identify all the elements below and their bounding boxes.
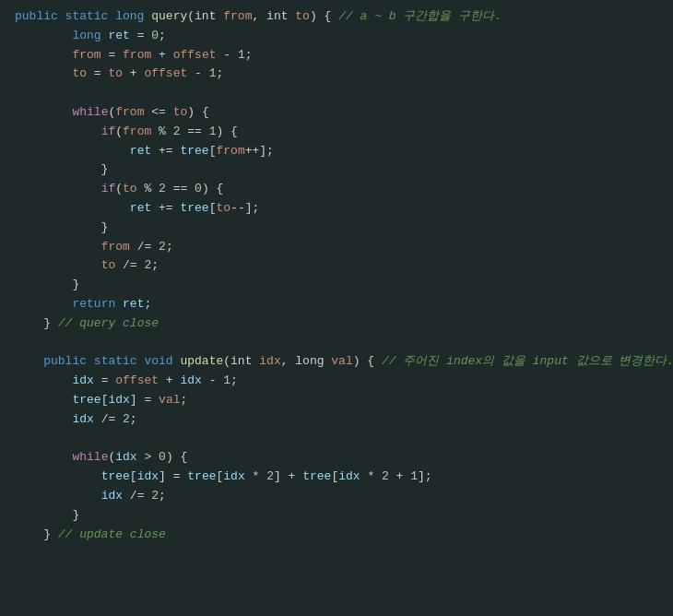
token: ) { (217, 123, 238, 142)
code-line (0, 84, 673, 103)
code-line: idx = offset + idx - 1; (0, 372, 673, 391)
token: * (245, 468, 266, 487)
token: idx (137, 468, 159, 487)
code-line: } (0, 160, 673, 180)
token: } (15, 314, 58, 334)
token: offset (144, 65, 187, 84)
token: [ (209, 142, 217, 161)
token: ] + (274, 468, 302, 487)
token: + (123, 65, 144, 84)
token: to (295, 7, 310, 27)
token (15, 468, 101, 487)
token: ++ (245, 142, 260, 161)
token: 2 (123, 410, 130, 430)
token: query (151, 7, 187, 27)
token: from (223, 7, 252, 27)
token: 2 (173, 123, 181, 142)
token: 0 (151, 27, 159, 46)
token: ; (159, 27, 166, 46)
token: if (101, 123, 116, 142)
token: while (72, 103, 108, 123)
token: 2 (159, 238, 166, 257)
token: /= (115, 256, 144, 276)
token: 2 (266, 468, 274, 487)
code-line: } // update close (0, 526, 673, 545)
token: - (202, 372, 223, 391)
code-line: } (0, 219, 673, 238)
code-line: } (0, 276, 673, 295)
token: [ (130, 468, 137, 487)
token: 2 (382, 468, 389, 487)
token (15, 487, 101, 506)
code-line: tree[idx] = tree[idx * 2] + tree[idx * 2… (0, 468, 673, 487)
token: ret (108, 27, 129, 46)
token: = (130, 27, 151, 46)
token (15, 123, 101, 142)
code-content: public static long query(int from, int t… (0, 7, 673, 544)
token: ret (130, 199, 151, 219)
token: idx (180, 372, 201, 391)
token: ; (166, 238, 173, 257)
token: from (123, 46, 151, 65)
token: // query close (58, 314, 159, 334)
token: , long (281, 352, 332, 372)
token: += (151, 142, 180, 161)
token (15, 410, 72, 430)
token: + (389, 468, 410, 487)
token: ; (151, 256, 159, 276)
token: ; (180, 391, 187, 410)
token: from (216, 142, 244, 161)
token: from (115, 103, 144, 123)
token: - (216, 46, 237, 65)
token: /= (130, 238, 159, 257)
token: 2 (151, 487, 159, 506)
token (15, 103, 72, 123)
token: } (15, 276, 79, 295)
token: ] = (159, 468, 187, 487)
token (15, 391, 72, 410)
token: [ (331, 468, 338, 487)
token: ret (123, 295, 144, 314)
token: % (137, 180, 159, 199)
token: } (15, 506, 79, 526)
token: 2 (159, 180, 166, 199)
code-line: } // query close (0, 314, 673, 334)
token: ; (230, 372, 238, 391)
token: [ (217, 468, 224, 487)
code-line: public static long query(int from, int t… (0, 7, 673, 27)
token (15, 256, 101, 276)
token: ; (245, 46, 253, 65)
token: idx (101, 487, 123, 506)
token: ]; (245, 199, 260, 219)
token (115, 295, 123, 314)
token: ( (108, 448, 115, 468)
token: ) { (166, 448, 187, 468)
token: ( (115, 180, 123, 199)
token: tree (302, 468, 331, 487)
token: from (101, 238, 130, 257)
token: from (123, 123, 151, 142)
token (15, 295, 72, 314)
token: to (101, 256, 116, 276)
code-line: } (0, 506, 673, 526)
token: long (15, 27, 108, 46)
token: + (159, 372, 180, 391)
token: } (15, 526, 58, 545)
code-line: if(to % 2 == 0) { (0, 180, 673, 199)
token: (int (187, 7, 223, 27)
token: 1 (209, 65, 217, 84)
token: 1 (238, 46, 245, 65)
token: + (151, 46, 172, 65)
token: = (87, 65, 108, 84)
token: [ (209, 199, 217, 219)
code-line (0, 334, 673, 353)
code-line: to /= 2; (0, 256, 673, 276)
code-line: return ret; (0, 295, 673, 314)
token: public static long (15, 7, 151, 27)
token: to (72, 65, 87, 84)
token (15, 238, 101, 257)
token: == (180, 123, 208, 142)
token: idx (115, 448, 136, 468)
token: from (72, 46, 100, 65)
token (15, 180, 101, 199)
